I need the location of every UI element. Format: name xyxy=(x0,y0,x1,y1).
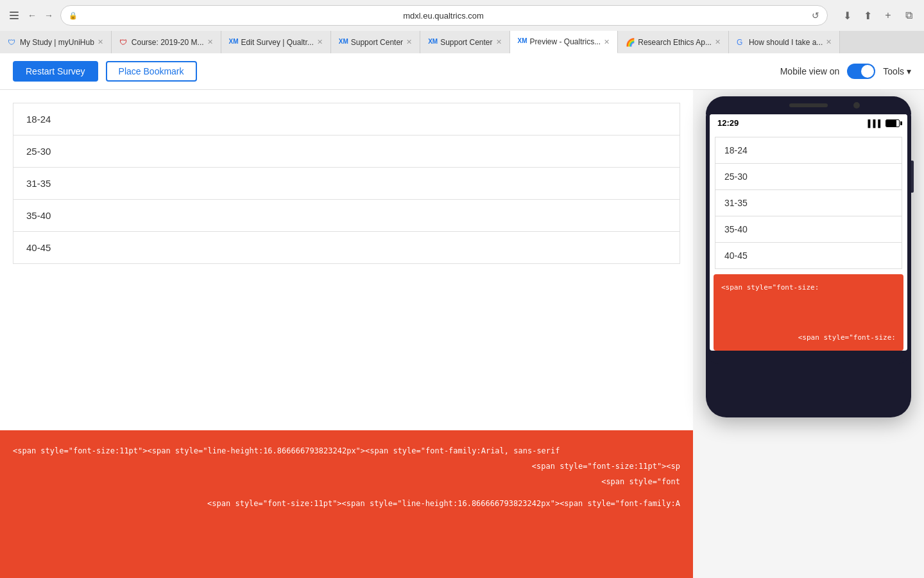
error-block: <span style="font-size:11pt"><span style… xyxy=(0,430,693,578)
option-25-30[interactable]: 25-30 xyxy=(13,136,680,168)
tab-favicon-editsurvey: XM xyxy=(229,38,238,47)
error-line-3: <span style="font xyxy=(13,474,680,489)
phone-options: 18-24 25-30 31-35 35-40 40-45 xyxy=(710,132,907,274)
phone-error-line-2: <span style="font-size: xyxy=(721,332,896,344)
error-line-2: <span style="font-size:11pt"><sp xyxy=(13,459,680,474)
phone-indicators: ▌▌▌ xyxy=(868,119,900,127)
toolbar-right: Mobile view on Tools ▾ xyxy=(780,64,911,79)
tab-label-preview: Preview - Qualtrics... xyxy=(530,37,601,46)
place-bookmark-button[interactable]: Place Bookmark xyxy=(106,61,197,82)
windows-button[interactable]: ⧉ xyxy=(901,8,916,23)
tab-label-ethics: Research Ethics Ap... xyxy=(638,38,712,47)
option-18-24[interactable]: 18-24 xyxy=(13,103,680,136)
phone-camera xyxy=(853,102,860,109)
mobile-view-label: Mobile view on xyxy=(780,66,840,76)
survey-wrapper: 18-24 25-30 31-35 35-40 40-45 <span st xyxy=(0,90,693,578)
tab-close-preview[interactable]: ✕ xyxy=(604,38,610,46)
tab-label-editsurvey: Edit Survey | Qualtr... xyxy=(241,38,314,47)
tab-favicon-support2: XM xyxy=(428,38,437,47)
lock-icon: 🔒 xyxy=(69,12,78,20)
svg-rect-1 xyxy=(10,15,19,16)
address-bar[interactable]: 🔒 mdxl.eu.qualtrics.com ↺ xyxy=(60,5,828,26)
back-button[interactable]: ← xyxy=(27,10,37,21)
tab-course[interactable]: 🛡 Course: 2019-20 M... ✕ xyxy=(112,31,221,53)
restart-survey-button[interactable]: Restart Survey xyxy=(13,61,98,82)
tab-label-course: Course: 2019-20 M... xyxy=(132,38,204,47)
tab-favicon-ethics: 🌈 xyxy=(626,38,635,47)
mobile-view-toggle[interactable] xyxy=(847,64,875,79)
tab-close-mystudy[interactable]: ✕ xyxy=(98,38,103,46)
tab-mystudy[interactable]: 🛡 My Study | myUniHub ✕ xyxy=(0,31,112,53)
forward-button[interactable]: → xyxy=(44,10,54,21)
tab-favicon-mystudy: 🛡 xyxy=(8,38,17,47)
phone-side-button xyxy=(911,161,914,193)
browser-toolbar: ← → 🔒 mdxl.eu.qualtrics.com ↺ ⬇ ⬆ + ⧉ xyxy=(0,0,924,31)
toolbar-actions: ⬇ ⬆ + ⧉ xyxy=(839,8,916,23)
page-content: Restart Survey Place Bookmark Mobile vie… xyxy=(0,53,924,578)
phone-mockup-area: 12:29 ▌▌▌ 18-24 xyxy=(693,90,924,578)
tab-favicon-course: 🛡 xyxy=(119,38,128,47)
tab-favicon-support1: XM xyxy=(339,38,348,47)
phone-option-25-30[interactable]: 25-30 xyxy=(715,164,902,190)
tab-label-support1: Support Center xyxy=(351,38,403,47)
phone-speaker xyxy=(789,103,828,107)
phone-notch-bar xyxy=(706,96,911,114)
phone-option-35-40[interactable]: 35-40 xyxy=(715,216,902,243)
share-button[interactable]: ⬆ xyxy=(860,8,875,23)
phone-battery-fill xyxy=(886,120,896,127)
phone-status-bar: 12:29 ▌▌▌ xyxy=(710,114,907,132)
tab-label-support2: Support Center xyxy=(440,38,492,47)
phone-error-line-1: <span style="font-size: xyxy=(721,282,896,293)
tab-support1[interactable]: XM Support Center ✕ xyxy=(331,31,420,53)
desktop-survey: 18-24 25-30 31-35 35-40 40-45 xyxy=(0,90,693,430)
tab-label-howshould: How should I take a... xyxy=(749,38,823,47)
svg-rect-2 xyxy=(10,18,19,19)
download-button[interactable]: ⬇ xyxy=(839,8,855,23)
tools-button[interactable]: Tools ▾ xyxy=(883,66,911,76)
tab-support2[interactable]: XM Support Center ✕ xyxy=(420,31,509,53)
tab-preview[interactable]: XM Preview - Qualtrics... ✕ xyxy=(510,31,619,53)
phone-error-spacer xyxy=(721,293,896,332)
reload-button[interactable]: ↺ xyxy=(812,10,819,21)
tab-close-ethics[interactable]: ✕ xyxy=(715,38,721,46)
tab-close-course[interactable]: ✕ xyxy=(207,38,213,46)
svg-rect-0 xyxy=(10,12,19,13)
browser-chrome: ← → 🔒 mdxl.eu.qualtrics.com ↺ ⬇ ⬆ + ⧉ 🛡 … xyxy=(0,0,924,53)
tab-close-editsurvey[interactable]: ✕ xyxy=(317,38,323,46)
phone-error-area: <span style="font-size: <span style="fon… xyxy=(714,274,903,351)
phone-option-40-45[interactable]: 40-45 xyxy=(715,243,902,269)
tab-close-howshould[interactable]: ✕ xyxy=(826,38,832,46)
main-area: 18-24 25-30 31-35 35-40 40-45 <span st xyxy=(0,90,924,578)
tab-ethics[interactable]: 🌈 Research Ethics Ap... ✕ xyxy=(618,31,729,53)
url-text: mdxl.eu.qualtrics.com xyxy=(81,11,805,21)
tab-close-support2[interactable]: ✕ xyxy=(496,38,502,46)
tab-close-support1[interactable]: ✕ xyxy=(406,38,412,46)
error-line-4: <span style="font-size:11pt"><span style… xyxy=(13,496,680,511)
tab-favicon-howshould: G xyxy=(737,38,746,47)
option-40-45[interactable]: 40-45 xyxy=(13,232,680,264)
phone-battery-icon xyxy=(886,119,900,127)
phone-screen: 12:29 ▌▌▌ 18-24 xyxy=(710,114,907,351)
new-tab-button[interactable]: + xyxy=(880,8,896,23)
tab-howshould[interactable]: G How should I take a... ✕ xyxy=(729,31,840,53)
error-section: <span style="font-size:11pt"><span style… xyxy=(0,430,693,578)
phone-option-31-35[interactable]: 31-35 xyxy=(715,190,902,216)
tab-editsurvey[interactable]: XM Edit Survey | Qualtr... ✕ xyxy=(221,31,331,53)
survey-toolbar: Restart Survey Place Bookmark Mobile vie… xyxy=(0,53,924,90)
tab-label-mystudy: My Study | myUniHub xyxy=(20,38,94,47)
tabs-bar: 🛡 My Study | myUniHub ✕ 🛡 Course: 2019-2… xyxy=(0,31,924,53)
phone-bottom-bar xyxy=(706,351,911,363)
phone-option-18-24[interactable]: 18-24 xyxy=(715,137,902,164)
option-31-35[interactable]: 31-35 xyxy=(13,168,680,200)
phone-time: 12:29 xyxy=(717,118,739,128)
tab-favicon-preview: XM xyxy=(518,37,527,46)
phone-frame: 12:29 ▌▌▌ 18-24 xyxy=(706,96,911,417)
option-35-40[interactable]: 35-40 xyxy=(13,200,680,232)
error-line-1: <span style="font-size:11pt"><span style… xyxy=(13,443,680,459)
phone-signal-icon: ▌▌▌ xyxy=(868,119,883,127)
sidebar-toggle-button[interactable] xyxy=(8,9,21,22)
